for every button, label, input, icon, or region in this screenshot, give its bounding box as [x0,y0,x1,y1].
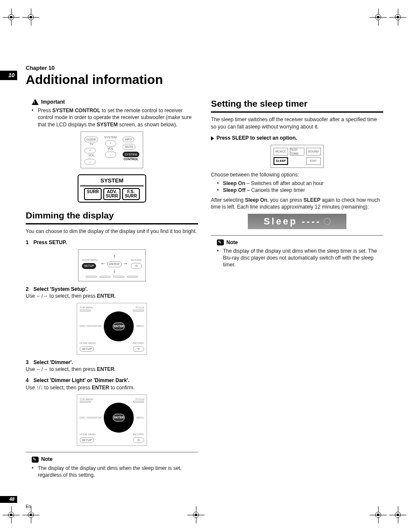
text: to confirm. [109,385,135,391]
sleep-display-text: Sleep ---- [264,215,321,228]
label: TOP MENU [80,398,93,401]
note-icon [32,457,39,463]
section-heading: Setting the sleep timer [211,98,383,110]
step-number: 3 [26,359,33,366]
enter-label: ENTER [113,414,125,421]
step-heading: Press SETUP. [33,239,67,245]
warning-icon [32,99,39,105]
bold: ENTER [92,385,109,391]
section-intro: You can choose to dim the display of the… [26,228,198,235]
label: DISC NAVIGATOR [80,324,101,328]
note-icon [217,239,224,245]
label: TOOLS [135,306,144,309]
bold: Sleep Off [223,187,246,193]
section-heading: Dimming the display [26,209,198,221]
step-number: 4 [26,377,33,384]
remote-btn-highlighted: SETUP [82,263,96,269]
arrows-icon: ←/→ [36,366,48,372]
label: TOP MENU [80,306,93,309]
text: . [114,366,116,372]
important-label: Important [41,99,65,105]
bold: ENTER [97,293,114,299]
text: . [114,293,116,299]
step-number: 1 [26,239,33,246]
text: – Switches off after about an hour [245,180,324,186]
left-column: Important • Press SYSTEM CONTROL to set … [26,98,198,478]
enter-label: ENTER [113,323,125,330]
label: CONTROL [123,157,139,161]
text: Press [38,108,52,114]
note-bullet: • The display of the display unit dims w… [217,248,383,269]
grid-cell: MCACC [274,148,288,155]
nav-figure-2: TOP MENUTOOLS DISC NAVIGATOR ENTER MENU … [26,395,198,446]
label: RETURN [133,433,144,436]
step-number: 2 [26,286,33,293]
text: – Cancels the sleep timer [246,187,305,193]
text: Use [26,385,36,391]
note-label: Note [41,456,53,463]
remote-btn: GUIDE [84,137,98,142]
lcd-cell: F.S. SURR [122,188,139,200]
enter-disc-icon: ENTER [104,311,134,341]
note-text: The display of the display unit dims whe… [38,465,198,478]
sleep-display: Sleep ---- [248,214,346,229]
option-bullet: •Sleep Off – Cancels the sleep timer [217,187,383,194]
page-number-tab: 48 [0,496,17,503]
remote-btn: INFO [123,137,134,142]
remote-btn: MUTE [123,144,135,149]
text: to select, then press [48,293,97,299]
language-label: En [26,504,31,510]
step-heading: Select 'Dimmer'. [33,359,73,365]
chapter-number-tab: 10 [0,71,17,80]
enter-disc-icon: ENTER [104,403,134,433]
after-text: After selecting Sleep On, you can press … [211,197,383,210]
important-bullet: • Press SYSTEM CONTROL to set the remote… [32,107,198,128]
remote-btn: SETUP [80,346,94,352]
note-text: The display of the display unit dims whe… [223,248,383,269]
label: MENU [136,324,144,328]
nav-figure-1: TOP MENUTOOLS DISC NAVIGATOR ENTER MENU … [26,303,198,355]
label: SYSTEM [104,135,117,139]
label: HOME MENU [80,341,96,345]
text: to select, then press [48,366,97,372]
remote-btn-highlighted: SYSTEM [123,152,139,157]
bold: Sleep On [223,180,245,186]
remote-figure-setup: HOME MENU SETUP ↑ ← ENTER → ↓ RETURN ⟲ [26,249,198,281]
section-intro: The sleep timer switches off the receive… [211,116,383,130]
lcd-cell: SURR [84,188,101,200]
right-column: Setting the sleep timer The sleep timer … [211,98,383,478]
remote-figure-1: GUIDE TV + VOL – SYSTEM + VOL – [26,132,198,168]
label: HOME MENU [82,258,98,262]
label: MENU [136,416,144,419]
label: HOME MENU [80,433,96,436]
grid-cell: SOUND [306,148,321,155]
page-content: 10 Chapter 10 Additional information Imp… [26,64,383,478]
grid-cell-highlighted: SLEEP [274,157,288,165]
sleep-button-grid: MCACC TEST TONE SOUND SLEEP EXIT [211,145,383,168]
step-heading: Select 'Dimmer Light' or 'Dimmer Dark'. [33,377,129,383]
label: TV [84,142,98,146]
label: DISC NAVIGATOR [80,416,101,419]
label: RETURN [131,258,142,262]
choose-text: Choose between the following options: [211,171,383,178]
label: VOL [104,146,117,150]
note-label: Note [226,239,238,246]
lcd-cell: ADV. SURR [103,188,120,200]
grid-cell: TEST TONE [290,148,304,155]
bold: ENTER [97,366,114,372]
bold: SYSTEM [96,122,117,128]
arrows-icon: ↑/↓ [36,385,43,391]
text: screen, as shown below). [118,122,177,128]
text: Use [26,293,36,299]
arrows-icon: ←/→ [36,293,48,299]
remote-btn: + [105,140,116,146]
triangle-icon [211,136,214,140]
option-bullet: •Sleep On – Switches off after about an … [217,180,383,187]
sun-icon [324,218,331,225]
remote-btn: ENTER [107,261,122,267]
remote-btn: SETUP [80,437,94,443]
label: VOL [84,153,98,157]
text: to select, then press [43,385,92,391]
lcd-figure: SYSTEM SURR ADV. SURR F.S. SURR [26,172,198,203]
bold: SYSTEM CONTROL [52,108,100,114]
